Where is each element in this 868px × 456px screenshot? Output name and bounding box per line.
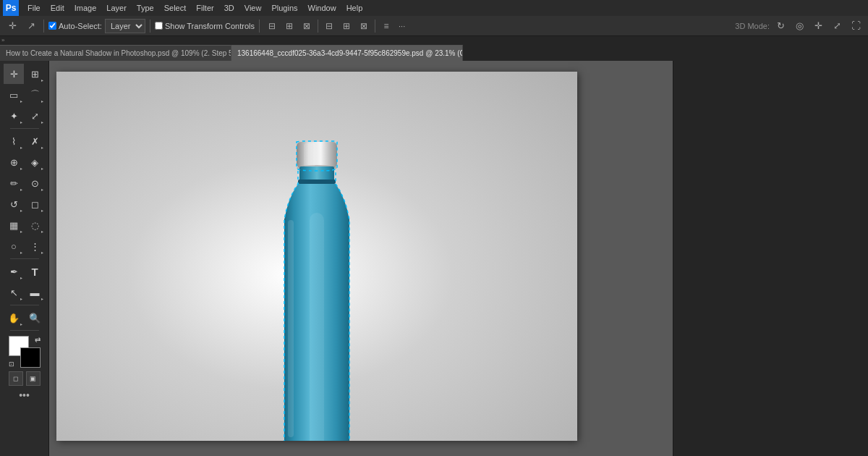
align-top-edges-btn[interactable]: ⊟: [321, 19, 337, 33]
more-tools-btn[interactable]: •••: [16, 389, 33, 401]
zoom-tool[interactable]: 🔍: [25, 308, 45, 328]
smudge-icon: ⋮: [30, 241, 40, 252]
brush-icon: ✏: [10, 178, 18, 189]
menu-window[interactable]: Window: [304, 2, 341, 14]
separator-3: [259, 20, 260, 33]
lasso-icon: ⌒: [30, 88, 40, 101]
transform-label[interactable]: Show Transform Controls: [155, 22, 255, 30]
hand-tool[interactable]: ✋ ▸: [4, 308, 24, 328]
path-select-tool[interactable]: ↖ ▸: [4, 282, 24, 303]
auto-select-text: Auto-Select:: [59, 22, 102, 30]
pen-tool[interactable]: ✒ ▸: [4, 261, 24, 282]
eyedropper-tool[interactable]: ⌇ ▸: [4, 131, 24, 151]
gradient-tool[interactable]: ▦ ▸: [4, 215, 24, 235]
patch-icon: ◈: [31, 157, 38, 168]
tool-separator-3: [10, 305, 39, 305]
collapse-panel-arrow[interactable]: »: [0, 36, 868, 43]
move-tool-options-icon: ✛: [4, 18, 20, 34]
crop-icon: ⤢: [31, 111, 39, 122]
align-left-edges-btn[interactable]: ⊟: [264, 19, 280, 33]
lasso-tool[interactable]: ⌒ ▸: [25, 85, 45, 105]
dodge-arrow-icon: ▸: [20, 250, 22, 255]
patch-tool[interactable]: ◈ ▸: [25, 152, 45, 172]
lasso-arrow-icon: ▸: [41, 98, 43, 104]
history-brush-tool[interactable]: ↺ ▸: [4, 194, 24, 214]
align-centers-horizontal-btn[interactable]: ⊞: [281, 19, 297, 33]
quick-mask-btn[interactable]: ◻: [9, 371, 23, 386]
menu-file[interactable]: File: [23, 2, 45, 14]
transform-checkbox[interactable]: [155, 22, 163, 30]
blur-tool[interactable]: ◌ ▸: [25, 215, 45, 235]
menu-edit[interactable]: Edit: [46, 2, 69, 14]
eyedropper-arrow-icon: ▸: [20, 145, 22, 150]
reset-colors-btn[interactable]: ⊡: [9, 360, 14, 368]
color-swatches: ⇄ ⊡: [9, 336, 41, 368]
gradient-arrow-icon: ▸: [20, 229, 22, 234]
align-centers-vertical-btn[interactable]: ⊞: [339, 19, 354, 33]
object-select-icon: ✦: [10, 111, 18, 122]
3d-rotate-icon[interactable]: ↻: [773, 18, 788, 34]
clone-stamp-tool[interactable]: ⊙ ▸: [25, 173, 45, 193]
dodge-tool[interactable]: ○ ▸: [4, 236, 24, 256]
3d-mode-label: 3D Mode:: [735, 22, 770, 30]
tab-shadow-label: How to Create a Natural Shadow in Photos…: [6, 49, 231, 57]
ruler-arrow-icon: ▸: [41, 145, 43, 150]
tab-gradient-fill[interactable]: 136166448_cccdf025-36a3-4cd9-9447-5f95c8…: [231, 45, 463, 61]
move-tool-secondary-icon: ↗: [23, 18, 39, 34]
tool-separator-4: [10, 330, 39, 331]
ruler-icon: ✗: [31, 136, 39, 147]
menu-layer[interactable]: Layer: [102, 2, 131, 14]
ruler-tool[interactable]: ✗ ▸: [25, 131, 45, 151]
menu-bar: Ps File Edit Image Layer Type Select Fil…: [0, 0, 868, 16]
more-options-btn[interactable]: ···: [399, 22, 405, 30]
eyedropper-icon: ⌇: [12, 136, 16, 147]
eraser-arrow-icon: ▸: [41, 208, 43, 213]
menu-select[interactable]: Select: [160, 2, 191, 14]
shape-icon: ▬: [30, 287, 40, 298]
auto-select-label[interactable]: Auto-Select:: [48, 22, 102, 30]
align-right-edges-btn[interactable]: ⊠: [299, 19, 315, 33]
separator-5: [375, 20, 375, 33]
gradient-icon: ▦: [9, 220, 18, 231]
3d-pan-icon[interactable]: ✛: [810, 18, 826, 34]
smudge-tool[interactable]: ⋮ ▸: [25, 236, 45, 256]
eraser-tool[interactable]: ◻ ▸: [25, 194, 45, 214]
move-tool[interactable]: ✛: [4, 64, 24, 84]
healing-brush-tool[interactable]: ⊕ ▸: [4, 152, 24, 172]
3d-slide-icon[interactable]: ⤢: [829, 18, 845, 34]
hand-arrow-icon: ▸: [20, 321, 22, 326]
artboard-tool[interactable]: ⊞ ▸: [25, 64, 45, 84]
background-color[interactable]: [20, 347, 41, 368]
history-brush-icon: ↺: [10, 199, 18, 210]
svg-rect-4: [298, 180, 336, 184]
swap-colors-btn[interactable]: ⇄: [35, 336, 41, 344]
shape-arrow-icon: ▸: [41, 296, 43, 301]
rect-select-tool[interactable]: ▭ ▸: [4, 85, 24, 105]
menu-filter[interactable]: Filter: [192, 2, 218, 14]
zoom-icon: 🔍: [29, 313, 41, 324]
menu-image[interactable]: Image: [70, 2, 101, 14]
align-buttons: ⊟ ⊞ ⊠ ⊟ ⊞ ⊠ ≡: [264, 19, 394, 33]
menu-3d[interactable]: 3D: [220, 2, 239, 14]
crop-tool[interactable]: ⤢ ▸: [25, 106, 45, 126]
object-select-arrow-icon: ▸: [20, 119, 22, 124]
menu-plugins[interactable]: Plugins: [267, 2, 302, 14]
menu-type[interactable]: Type: [132, 2, 158, 14]
brush-tool[interactable]: ✏ ▸: [4, 173, 24, 193]
layer-select[interactable]: Layer: [105, 19, 145, 33]
auto-select-checkbox[interactable]: [48, 22, 56, 30]
object-select-tool[interactable]: ✦ ▸: [4, 106, 24, 126]
3d-scale-icon[interactable]: ⛶: [848, 18, 864, 34]
menu-view[interactable]: View: [240, 2, 266, 14]
distribute-btn[interactable]: ≡: [378, 19, 394, 33]
canvas-area[interactable]: .ants-path { fill: none; stroke: #00bfff…: [49, 61, 673, 456]
screen-mode-btn[interactable]: ▣: [26, 371, 41, 386]
tab-shadow-tutorial[interactable]: How to Create a Natural Shadow in Photos…: [0, 45, 231, 61]
shape-tool[interactable]: ▬ ▸: [25, 282, 45, 303]
align-bottom-edges-btn[interactable]: ⊠: [356, 19, 372, 33]
svg-rect-7: [288, 220, 294, 437]
text-tool[interactable]: T: [25, 261, 45, 282]
3d-roll-icon[interactable]: ◎: [791, 18, 807, 34]
menu-help[interactable]: Help: [342, 2, 367, 14]
transform-text: Show Transform Controls: [165, 22, 255, 30]
